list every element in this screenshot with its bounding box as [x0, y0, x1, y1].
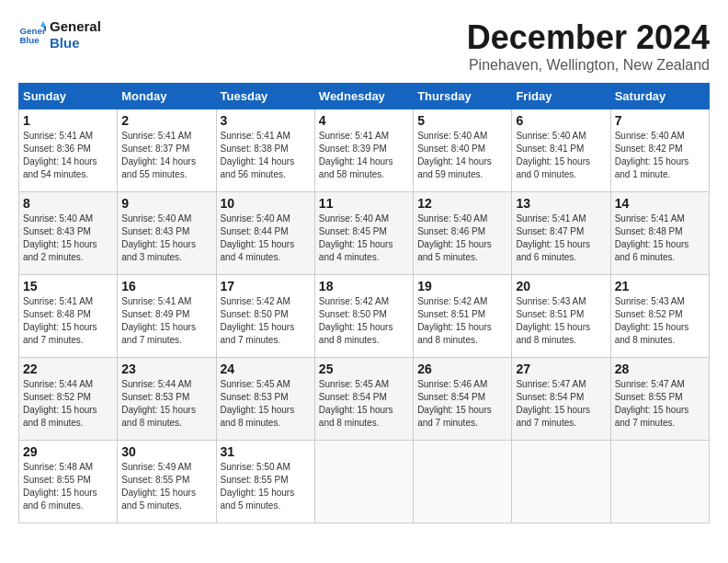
svg-text:Blue: Blue: [20, 35, 40, 45]
calendar-cell: 9Sunrise: 5:40 AM Sunset: 8:43 PM Daylig…: [118, 192, 216, 275]
day-number: 11: [319, 196, 409, 211]
weekday-header: Saturday: [610, 84, 709, 109]
calendar-cell: 24Sunrise: 5:45 AM Sunset: 8:53 PM Dayli…: [216, 358, 314, 441]
day-info: Sunrise: 5:41 AM Sunset: 8:37 PM Dayligh…: [121, 130, 211, 181]
day-number: 20: [516, 279, 606, 293]
month-title: December 2024: [467, 18, 710, 57]
day-info: Sunrise: 5:40 AM Sunset: 8:44 PM Dayligh…: [221, 213, 311, 264]
day-info: Sunrise: 5:40 AM Sunset: 8:45 PM Dayligh…: [319, 213, 409, 264]
calendar-cell: 7Sunrise: 5:40 AM Sunset: 8:42 PM Daylig…: [610, 109, 709, 192]
day-info: Sunrise: 5:46 AM Sunset: 8:54 PM Dayligh…: [417, 378, 507, 430]
calendar-cell: 28Sunrise: 5:47 AM Sunset: 8:55 PM Dayli…: [610, 358, 709, 441]
day-number: 26: [417, 362, 507, 376]
day-number: 29: [23, 444, 113, 459]
calendar-cell: 22Sunrise: 5:44 AM Sunset: 8:52 PM Dayli…: [19, 358, 118, 441]
day-number: 25: [319, 362, 409, 376]
calendar-cell: 5Sunrise: 5:40 AM Sunset: 8:40 PM Daylig…: [414, 109, 512, 192]
day-number: 16: [121, 279, 211, 293]
calendar-cell: 6Sunrise: 5:40 AM Sunset: 8:41 PM Daylig…: [512, 109, 610, 192]
day-number: 31: [221, 444, 311, 459]
day-info: Sunrise: 5:42 AM Sunset: 8:50 PM Dayligh…: [221, 295, 311, 347]
day-info: Sunrise: 5:47 AM Sunset: 8:54 PM Dayligh…: [516, 378, 606, 430]
calendar-cell: 18Sunrise: 5:42 AM Sunset: 8:50 PM Dayli…: [314, 275, 413, 358]
day-info: Sunrise: 5:43 AM Sunset: 8:52 PM Dayligh…: [615, 295, 705, 347]
day-info: Sunrise: 5:47 AM Sunset: 8:55 PM Dayligh…: [615, 378, 705, 430]
day-number: 3: [221, 113, 311, 128]
calendar-cell: 16Sunrise: 5:41 AM Sunset: 8:49 PM Dayli…: [118, 275, 216, 358]
logo-line1: General: [50, 18, 101, 35]
day-info: Sunrise: 5:40 AM Sunset: 8:40 PM Dayligh…: [417, 130, 507, 181]
weekday-header: Monday: [118, 84, 216, 109]
day-number: 17: [221, 279, 311, 293]
day-number: 24: [221, 362, 311, 376]
day-number: 30: [121, 444, 211, 459]
day-number: 5: [417, 113, 507, 128]
day-info: Sunrise: 5:40 AM Sunset: 8:42 PM Dayligh…: [615, 130, 705, 181]
day-info: Sunrise: 5:40 AM Sunset: 8:46 PM Dayligh…: [417, 213, 507, 264]
day-info: Sunrise: 5:41 AM Sunset: 8:36 PM Dayligh…: [23, 130, 113, 181]
day-info: Sunrise: 5:50 AM Sunset: 8:55 PM Dayligh…: [221, 461, 311, 512]
calendar-cell: 1Sunrise: 5:41 AM Sunset: 8:36 PM Daylig…: [19, 109, 118, 192]
day-info: Sunrise: 5:45 AM Sunset: 8:53 PM Dayligh…: [221, 378, 311, 430]
weekday-header: Thursday: [414, 84, 512, 109]
day-number: 10: [221, 196, 311, 211]
day-info: Sunrise: 5:40 AM Sunset: 8:41 PM Dayligh…: [516, 130, 606, 181]
day-info: Sunrise: 5:41 AM Sunset: 8:47 PM Dayligh…: [516, 213, 606, 264]
calendar-body: 1Sunrise: 5:41 AM Sunset: 8:36 PM Daylig…: [19, 109, 710, 523]
page-header: General Blue General Blue December 2024 …: [18, 18, 710, 74]
day-info: Sunrise: 5:41 AM Sunset: 8:39 PM Dayligh…: [319, 130, 409, 181]
day-number: 13: [516, 196, 606, 211]
calendar-cell: 26Sunrise: 5:46 AM Sunset: 8:54 PM Dayli…: [414, 358, 512, 441]
day-number: 4: [319, 113, 409, 128]
calendar-week-row: 15Sunrise: 5:41 AM Sunset: 8:48 PM Dayli…: [19, 275, 710, 358]
day-info: Sunrise: 5:41 AM Sunset: 8:49 PM Dayligh…: [121, 295, 211, 347]
calendar-cell: 13Sunrise: 5:41 AM Sunset: 8:47 PM Dayli…: [512, 192, 610, 275]
calendar-week-row: 1Sunrise: 5:41 AM Sunset: 8:36 PM Daylig…: [19, 109, 710, 192]
day-info: Sunrise: 5:41 AM Sunset: 8:48 PM Dayligh…: [615, 213, 705, 264]
day-number: 18: [319, 279, 409, 293]
title-area: December 2024 Pinehaven, Wellington, New…: [467, 18, 710, 74]
day-number: 28: [615, 362, 705, 376]
calendar-cell: 2Sunrise: 5:41 AM Sunset: 8:37 PM Daylig…: [118, 109, 216, 192]
day-number: 7: [615, 113, 705, 128]
calendar-week-row: 29Sunrise: 5:48 AM Sunset: 8:55 PM Dayli…: [19, 441, 710, 523]
calendar-cell: 30Sunrise: 5:49 AM Sunset: 8:55 PM Dayli…: [118, 441, 216, 523]
day-info: Sunrise: 5:44 AM Sunset: 8:52 PM Dayligh…: [23, 378, 113, 430]
calendar-cell: 17Sunrise: 5:42 AM Sunset: 8:50 PM Dayli…: [216, 275, 314, 358]
day-number: 21: [615, 279, 705, 293]
calendar-cell: 15Sunrise: 5:41 AM Sunset: 8:48 PM Dayli…: [19, 275, 118, 358]
calendar-cell: 27Sunrise: 5:47 AM Sunset: 8:54 PM Dayli…: [512, 358, 610, 441]
weekday-header: Tuesday: [216, 84, 314, 109]
calendar-cell: 31Sunrise: 5:50 AM Sunset: 8:55 PM Dayli…: [216, 441, 314, 523]
calendar-cell: 10Sunrise: 5:40 AM Sunset: 8:44 PM Dayli…: [216, 192, 314, 275]
calendar-cell: 19Sunrise: 5:42 AM Sunset: 8:51 PM Dayli…: [414, 275, 512, 358]
calendar-cell: 14Sunrise: 5:41 AM Sunset: 8:48 PM Dayli…: [610, 192, 709, 275]
day-number: 15: [23, 279, 113, 293]
day-info: Sunrise: 5:43 AM Sunset: 8:51 PM Dayligh…: [516, 295, 606, 347]
day-info: Sunrise: 5:42 AM Sunset: 8:51 PM Dayligh…: [417, 295, 507, 347]
weekday-header: Sunday: [19, 84, 118, 109]
day-number: 6: [516, 113, 606, 128]
weekday-header: Wednesday: [314, 84, 413, 109]
calendar-cell: 23Sunrise: 5:44 AM Sunset: 8:53 PM Dayli…: [118, 358, 216, 441]
logo-line2: Blue: [50, 35, 101, 52]
day-info: Sunrise: 5:45 AM Sunset: 8:54 PM Dayligh…: [319, 378, 409, 430]
calendar-cell: 11Sunrise: 5:40 AM Sunset: 8:45 PM Dayli…: [314, 192, 413, 275]
calendar-cell: [610, 441, 709, 523]
day-number: 2: [121, 113, 211, 128]
day-number: 23: [121, 362, 211, 376]
day-number: 1: [23, 113, 113, 128]
day-number: 22: [23, 362, 113, 376]
calendar-cell: 21Sunrise: 5:43 AM Sunset: 8:52 PM Dayli…: [610, 275, 709, 358]
svg-text:General: General: [20, 26, 47, 36]
day-number: 19: [417, 279, 507, 293]
day-info: Sunrise: 5:42 AM Sunset: 8:50 PM Dayligh…: [319, 295, 409, 347]
svg-marker-2: [40, 21, 46, 27]
calendar-cell: 12Sunrise: 5:40 AM Sunset: 8:46 PM Dayli…: [414, 192, 512, 275]
day-number: 27: [516, 362, 606, 376]
calendar-header-row: SundayMondayTuesdayWednesdayThursdayFrid…: [19, 84, 710, 109]
day-info: Sunrise: 5:44 AM Sunset: 8:53 PM Dayligh…: [121, 378, 211, 430]
logo: General Blue General Blue: [18, 18, 101, 52]
day-info: Sunrise: 5:41 AM Sunset: 8:38 PM Dayligh…: [221, 130, 311, 181]
day-info: Sunrise: 5:41 AM Sunset: 8:48 PM Dayligh…: [23, 295, 113, 347]
